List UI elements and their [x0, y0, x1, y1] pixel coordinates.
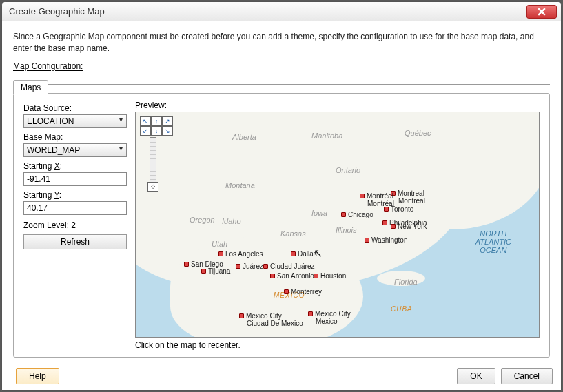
- city-dot-icon: [201, 269, 206, 274]
- region-label: Oregon: [190, 216, 215, 224]
- tab-maps[interactable]: Maps: [13, 80, 48, 95]
- region-label: Ontario: [336, 166, 360, 174]
- region-label: Utah: [212, 240, 227, 248]
- city-marker: Ciudad Juárez: [263, 262, 314, 270]
- city-marker: Houston: [314, 272, 346, 280]
- city-marker: Monterrey: [284, 288, 322, 296]
- region-label: Florida: [394, 278, 418, 286]
- preview-panel: Preview: ↖ ↑ ↗ ↙: [135, 101, 540, 350]
- close-button[interactable]: [526, 5, 557, 19]
- content-area: Since a Geographic Map component must be…: [2, 21, 561, 362]
- footer: Help OK Cancel: [2, 362, 561, 390]
- starting-y-label: Starting Y:: [23, 190, 127, 200]
- city-dot-icon: [384, 207, 389, 212]
- city-marker: San Antonio: [270, 272, 314, 280]
- region-label: Québec: [405, 129, 431, 137]
- nav-n-icon[interactable]: ↑: [151, 116, 162, 126]
- city-marker: Washington: [365, 236, 407, 244]
- nav-ne-icon[interactable]: ↗: [162, 116, 173, 126]
- city-dot-icon: [184, 262, 189, 267]
- city-marker: MontrealMontreal: [391, 189, 425, 205]
- starting-y-input[interactable]: [23, 201, 127, 215]
- city-marker: Los Angeles: [218, 250, 263, 258]
- window-title: Create Geographic Map: [9, 6, 526, 17]
- city-marker: Mexico CityMexico: [308, 310, 351, 325]
- map-nav-pad: ↖ ↑ ↗ ↙ ↓ ↘: [140, 116, 173, 136]
- starting-x-label: Starting X:: [23, 161, 127, 171]
- titlebar: Create Geographic Map: [2, 2, 561, 21]
- form-panel: Data Source: ELOCATION Base Map: WORLD_M…: [23, 101, 127, 350]
- city-dot-icon: [360, 194, 365, 198]
- intro-text: Since a Geographic Map component must be…: [13, 31, 550, 54]
- preview-hint: Click on the map to recenter.: [135, 340, 540, 350]
- base-map-select[interactable]: WORLD_MAP: [23, 143, 127, 157]
- dialog-window: Create Geographic Map Since a Geographic…: [1, 1, 562, 391]
- nav-nw-icon[interactable]: ↖: [140, 116, 151, 126]
- zoom-level-label: Zoom Level: 2: [23, 220, 127, 230]
- data-source-label: Data Source:: [23, 103, 127, 113]
- city-marker: Mexico CityCiudad De Mexico: [239, 312, 303, 327]
- city-dot-icon: [291, 251, 296, 256]
- region-label: Manitoba: [311, 132, 342, 140]
- help-button[interactable]: Help: [16, 368, 59, 384]
- zoom-thumb-icon[interactable]: ◇: [147, 182, 158, 192]
- city-dot-icon: [308, 311, 313, 316]
- city-marker: Chicago: [341, 211, 373, 218]
- tabs-panel: Maps Data Source: ELOCATION Base Map: WO…: [13, 93, 550, 358]
- city-dot-icon: [382, 220, 387, 225]
- city-dot-icon: [239, 313, 244, 318]
- close-icon: [538, 8, 546, 16]
- zoom-slider[interactable]: ◇: [150, 137, 156, 191]
- city-marker: Juárez: [236, 262, 263, 270]
- city-dot-icon: [391, 224, 396, 229]
- map-configuration-row: [13, 72, 550, 85]
- base-map-label: Base Map:: [23, 132, 127, 142]
- city-dot-icon: [365, 238, 369, 243]
- city-marker: Toronto: [384, 205, 413, 213]
- city-marker: Dallas: [291, 250, 317, 258]
- region-label: Montana: [225, 181, 255, 189]
- city-dot-icon: [284, 289, 289, 294]
- nav-s-icon[interactable]: ↓: [151, 126, 162, 136]
- country-cuba: CUBA: [391, 305, 413, 313]
- preview-label: Preview:: [135, 101, 540, 110]
- map-configuration-label: Map Configuration:: [13, 61, 550, 71]
- ok-button[interactable]: OK: [457, 368, 495, 384]
- region-label: Idaho: [222, 217, 241, 225]
- city-dot-icon: [341, 212, 346, 217]
- city-dot-icon: [270, 274, 275, 278]
- city-marker: New York: [391, 223, 427, 230]
- map-preview[interactable]: ↖ ↑ ↗ ↙ ↓ ↘ ◇ NORTHATLANTICOCEAN: [135, 112, 540, 338]
- city-dot-icon: [218, 251, 223, 256]
- map-configuration-input[interactable]: [13, 72, 550, 85]
- cancel-button[interactable]: Cancel: [501, 368, 553, 384]
- nav-sw-icon[interactable]: ↙: [140, 126, 151, 136]
- starting-x-input[interactable]: [23, 172, 127, 186]
- ocean-label: NORTHATLANTICOCEAN: [475, 229, 511, 254]
- refresh-button[interactable]: Refresh: [23, 234, 127, 249]
- region-label: Iowa: [311, 209, 327, 217]
- nav-se-icon[interactable]: ↘: [162, 126, 173, 136]
- region-label: Alberta: [232, 133, 256, 141]
- city-dot-icon: [236, 264, 240, 269]
- city-dot-icon: [314, 274, 318, 278]
- region-label: Illinois: [336, 226, 357, 234]
- data-source-select[interactable]: ELOCATION: [23, 114, 127, 128]
- region-label: Kansas: [280, 229, 306, 238]
- city-marker: Tijuana: [201, 267, 230, 275]
- city-dot-icon: [263, 264, 268, 269]
